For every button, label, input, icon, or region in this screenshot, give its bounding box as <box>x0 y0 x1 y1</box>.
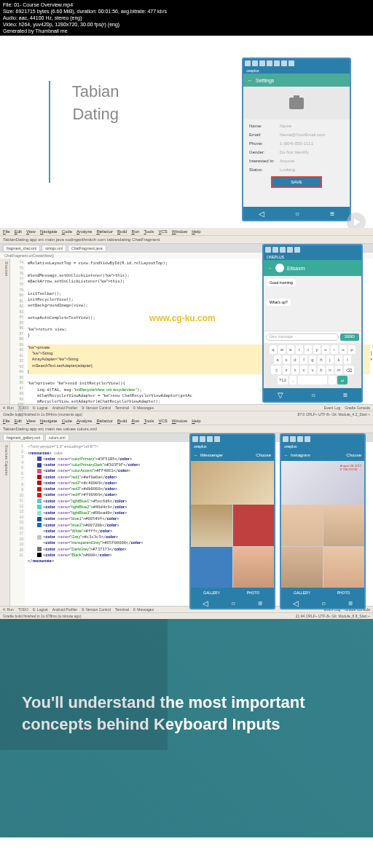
key-s[interactable]: s <box>283 355 290 364</box>
tab-fragment-gallery[interactable]: fragment_gallery.xml <box>3 434 44 441</box>
tab-chatfragment[interactable]: ChatFragment.java <box>68 245 106 252</box>
gallery-grid[interactable] <box>281 505 364 588</box>
ide-left-sidebar[interactable]: Structure <box>0 259 10 404</box>
tab-vcs[interactable]: 9: Version Control <box>82 406 111 410</box>
menu-window[interactable]: Window <box>172 229 187 234</box>
value-email[interactable]: Name@YourEmail.com <box>280 133 344 137</box>
key-g[interactable]: g <box>309 355 316 364</box>
nav-back-icon[interactable]: ◁ <box>259 210 264 218</box>
menu-run[interactable]: Run <box>131 419 139 423</box>
nav-home-icon[interactable]: ○ <box>311 391 315 399</box>
nav-back-icon[interactable]: ◁ <box>293 599 299 607</box>
nav-home-icon[interactable]: ○ <box>231 599 235 607</box>
key-k[interactable]: k <box>335 355 342 364</box>
tab-vcs[interactable]: 9: Version Control <box>82 607 111 612</box>
key-f[interactable]: f <box>300 355 307 364</box>
soft-keyboard[interactable]: qwertyuiop asdfghjkl ⇧ zxcvbnm ⌫ ?12 , .… <box>264 343 361 388</box>
tab-terminal[interactable]: Terminal <box>115 406 129 410</box>
key-p[interactable]: p <box>348 345 356 354</box>
tab-logcat[interactable]: 6: Logcat <box>33 607 48 612</box>
value-phone[interactable]: 1 (604) 855-1111 <box>280 141 344 146</box>
key-x[interactable]: x <box>291 366 299 374</box>
back-arrow-icon[interactable]: ← <box>248 78 253 83</box>
tab-gradle-console[interactable]: Gradle Console <box>345 406 370 410</box>
nav-back-icon[interactable]: ▽ <box>278 391 283 399</box>
menu-view[interactable]: View <box>26 419 36 423</box>
profile-photo-area[interactable] <box>243 87 350 119</box>
gallery-item[interactable] <box>281 505 323 546</box>
save-button[interactable]: SAVE <box>271 176 322 188</box>
key-j[interactable]: j <box>326 355 334 364</box>
space-key[interactable] <box>298 376 327 384</box>
menu-tools[interactable]: Tools <box>144 229 154 234</box>
back-arrow-icon[interactable]: ← <box>194 453 198 457</box>
backspace-key[interactable]: ⌫ <box>344 366 354 374</box>
value-name[interactable]: Name <box>280 124 344 128</box>
value-gender[interactable]: Do Not Identify <box>280 150 344 154</box>
gallery-item[interactable] <box>191 505 232 546</box>
tab-logcat[interactable]: 6: Logcat <box>33 406 48 410</box>
tab-strings[interactable]: strings.xml <box>42 245 66 252</box>
chat-messages[interactable]: Good morning What's up? <box>264 276 361 331</box>
menu-analyze[interactable]: Analyze <box>76 229 92 234</box>
key-e[interactable]: e <box>287 345 294 354</box>
enter-key[interactable]: ↵ <box>337 376 348 384</box>
tab-run[interactable]: 4: Run <box>3 406 14 410</box>
key-l[interactable]: l <box>344 355 351 364</box>
key-q[interactable]: q <box>270 345 277 354</box>
key-n[interactable]: n <box>326 366 334 374</box>
nav-home-icon[interactable]: ○ <box>321 599 326 607</box>
tab-profiler[interactable]: Android Profiler <box>52 607 77 612</box>
menu-window[interactable]: Window <box>172 419 187 423</box>
tab-colors[interactable]: colors.xml <box>45 434 69 441</box>
menu-navigate[interactable]: Navigate <box>40 229 58 234</box>
menu-view[interactable]: View <box>26 229 36 234</box>
choose-button[interactable]: Choose <box>346 453 361 457</box>
key-i[interactable]: i <box>331 345 338 354</box>
key-c[interactable]: c <box>300 366 307 374</box>
gallery-grid[interactable] <box>191 505 274 588</box>
value-interested[interactable]: Anyone <box>280 159 344 163</box>
tab-fragment-chat[interactable]: fragment_chat.xml <box>3 245 40 252</box>
gallery-item[interactable] <box>233 547 275 588</box>
menu-vcs[interactable]: VCS <box>158 229 167 234</box>
tab-run[interactable]: 4: Run <box>3 607 14 612</box>
tab-messages[interactable]: 0: Messages <box>133 607 154 612</box>
menu-file[interactable]: File <box>3 229 10 234</box>
shift-key[interactable]: ⇧ <box>271 366 281 374</box>
key-y[interactable]: y <box>313 345 321 354</box>
key-t[interactable]: t <box>305 345 312 354</box>
tab-messages[interactable]: 0: Messages <box>133 406 154 410</box>
key-w[interactable]: w <box>278 345 286 354</box>
value-status[interactable]: Looking <box>280 167 344 172</box>
menu-build[interactable]: Build <box>117 229 127 234</box>
back-arrow-icon[interactable]: ← <box>268 266 272 270</box>
period-key[interactable]: . <box>329 376 336 384</box>
tab-profiler[interactable]: Android Profiler <box>52 406 77 410</box>
tab-photo[interactable]: PHOTO <box>232 588 274 598</box>
menu-edit[interactable]: Edit <box>15 229 22 234</box>
ide-menubar[interactable]: File Edit View Navigate Code Analyze Ref… <box>0 417 373 425</box>
back-arrow-icon[interactable]: ← <box>284 453 288 457</box>
menu-help[interactable]: Help <box>192 419 200 423</box>
nav-menu-icon[interactable]: ≡ <box>330 210 334 218</box>
menu-vcs[interactable]: VCS <box>158 419 167 423</box>
menu-analyze[interactable]: Analyze <box>76 419 92 423</box>
menu-code[interactable]: Code <box>62 419 72 423</box>
key-a[interactable]: a <box>274 355 281 364</box>
menu-help[interactable]: Help <box>192 229 200 234</box>
menu-edit[interactable]: Edit <box>15 419 22 423</box>
gallery-item[interactable] <box>323 505 365 546</box>
key-h[interactable]: h <box>318 355 325 364</box>
nav-back-icon[interactable]: ◁ <box>203 599 208 607</box>
nav-menu-icon[interactable]: ≡ <box>258 599 262 607</box>
gallery-item[interactable] <box>233 505 275 546</box>
menu-refactor[interactable]: Refactor <box>96 419 113 423</box>
nav-menu-icon[interactable]: ≡ <box>343 391 348 399</box>
ide-menubar[interactable]: File Edit View Navigate Code Analyze Ref… <box>0 228 373 236</box>
ide-left-sidebar[interactable]: Structure Captures <box>0 442 10 606</box>
menu-tools[interactable]: Tools <box>144 419 154 423</box>
choose-button[interactable]: Choose <box>256 453 271 457</box>
menu-run[interactable]: Run <box>131 229 139 234</box>
gallery-item[interactable] <box>191 547 232 588</box>
